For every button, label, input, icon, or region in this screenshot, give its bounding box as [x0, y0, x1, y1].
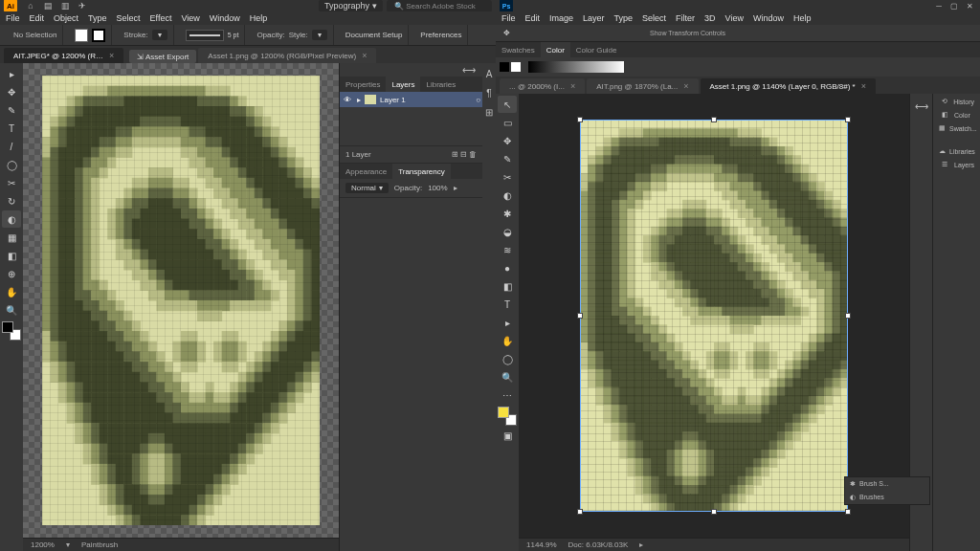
menu-view[interactable]: View: [725, 13, 744, 23]
menu-help[interactable]: Help: [793, 13, 812, 23]
stock-search[interactable]: 🔍 Search Adobe Stock: [387, 0, 492, 12]
new-icon[interactable]: ▤: [42, 0, 54, 11]
handle-bl[interactable]: [577, 509, 583, 515]
fill-swatch[interactable]: [75, 29, 88, 42]
tool-3[interactable]: ✎: [498, 150, 517, 167]
open-icon[interactable]: ▥: [59, 0, 71, 11]
doc-setup-button[interactable]: Document Setup: [345, 31, 403, 39]
tool-16[interactable]: ⋯: [498, 386, 517, 404]
properties-tab[interactable]: Properties: [340, 77, 386, 92]
history-panel-button[interactable]: ⟲History: [935, 96, 978, 107]
tool-11[interactable]: ⊕: [2, 265, 21, 282]
menu-file[interactable]: File: [6, 13, 20, 23]
stroke-weight[interactable]: ▾: [152, 30, 167, 40]
tool-12[interactable]: ✋: [2, 283, 21, 300]
tool-14[interactable]: ◯: [498, 350, 517, 367]
tool-10[interactable]: ◧: [2, 247, 21, 264]
tool-3[interactable]: T: [2, 120, 21, 137]
menu-window[interactable]: Window: [753, 13, 784, 23]
tool-6[interactable]: ✂: [2, 174, 21, 191]
tool-7[interactable]: ◒: [498, 223, 517, 240]
visibility-icon[interactable]: 👁: [342, 96, 353, 104]
minimize-button[interactable]: ─: [932, 1, 946, 11]
tool-4[interactable]: ✂: [498, 168, 517, 186]
menu-help[interactable]: Help: [250, 13, 268, 23]
tool-2[interactable]: ✎: [2, 101, 21, 119]
swatches-panel-button[interactable]: ▦Swatch...: [935, 122, 978, 134]
home-icon[interactable]: ⌂: [25, 0, 36, 11]
ps-zoom[interactable]: 1144.9%: [526, 540, 557, 549]
handle-mr[interactable]: [845, 313, 851, 319]
style-dropdown[interactable]: ▾: [312, 30, 327, 40]
document-tab[interactable]: AIT.JPEG* @ 1200% (R…×: [4, 48, 123, 63]
tool-7[interactable]: ↻: [2, 192, 21, 209]
layers-panel-button[interactable]: ☰Layers: [935, 159, 978, 170]
tool-9[interactable]: ●: [498, 259, 517, 276]
tool-8[interactable]: ◐: [2, 210, 21, 228]
tool-0[interactable]: ▸: [2, 65, 21, 82]
handle-tl[interactable]: [577, 117, 583, 122]
close-icon[interactable]: ×: [362, 51, 367, 60]
tool-5[interactable]: ◐: [498, 187, 517, 204]
ps-doc-info[interactable]: Doc: 6.03K/8.03K: [568, 540, 629, 549]
color-panel-tab[interactable]: Color: [541, 42, 570, 57]
menu-filter[interactable]: Filter: [676, 13, 695, 23]
close-icon[interactable]: ×: [861, 81, 866, 91]
dock-icon-2[interactable]: ¶: [479, 84, 496, 101]
document-tab[interactable]: Asset 1.png @ 1140% (Layer 0, RGB/8#) *×: [701, 78, 876, 94]
transform-controls-label[interactable]: Show Transform Controls: [650, 30, 725, 36]
layers-footer-icons[interactable]: ⊞ ⊟ 🗑: [452, 150, 477, 159]
handle-tc[interactable]: [711, 117, 717, 122]
ps-canvas[interactable]: [519, 94, 909, 538]
handle-tr[interactable]: [845, 117, 851, 122]
menu-type[interactable]: Type: [88, 13, 107, 23]
dock-icon-3[interactable]: ⊞: [479, 103, 496, 121]
tool-13[interactable]: 🔍: [2, 301, 21, 319]
libraries-tab[interactable]: Libraries: [420, 77, 461, 92]
menu-effect[interactable]: Effect: [150, 13, 172, 23]
tool-6[interactable]: ✱: [498, 205, 517, 222]
handle-br[interactable]: [845, 509, 851, 515]
appearance-tab[interactable]: Appearance: [340, 164, 392, 179]
preferences-button[interactable]: Preferences: [420, 31, 461, 39]
screenmode-icon[interactable]: ▣: [498, 427, 517, 444]
color-panel-button[interactable]: ◧Color: [935, 109, 978, 121]
fill-stroke-picker[interactable]: [2, 321, 21, 341]
tool-13[interactable]: ✋: [498, 332, 517, 349]
opacity-value[interactable]: 100%: [428, 184, 447, 192]
blend-mode-dropdown[interactable]: Normal ▾: [345, 183, 389, 193]
menu-window[interactable]: Window: [210, 13, 240, 23]
tool-10[interactable]: ◧: [498, 277, 517, 295]
menu-type[interactable]: Type: [614, 13, 634, 23]
maximize-button[interactable]: ▢: [947, 1, 961, 11]
ai-canvas[interactable]: [23, 63, 339, 538]
stroke-profile[interactable]: [186, 30, 224, 41]
menu-file[interactable]: File: [501, 13, 516, 23]
dock-expand-icon[interactable]: ⟷: [912, 98, 931, 115]
menu-edit[interactable]: Edit: [525, 13, 541, 23]
close-button[interactable]: ✕: [963, 1, 976, 11]
asset-export-button[interactable]: ⇲ Asset Export: [129, 50, 196, 63]
menu-view[interactable]: View: [181, 13, 199, 23]
brush-panel-floating[interactable]: ✱Brush S... ◐Brushes: [844, 476, 930, 505]
menu-layer[interactable]: Layer: [583, 13, 605, 23]
color-swatch-bg[interactable]: [511, 62, 521, 72]
layer-row[interactable]: 👁 ▸ Layer 1 ○: [340, 92, 482, 107]
document-tab[interactable]: Asset 1.png @ 1200% (RGB/Pixel Preview)×: [198, 48, 376, 63]
fg-bg-colors[interactable]: [498, 407, 517, 426]
menu-3d[interactable]: 3D: [704, 13, 716, 23]
tool-9[interactable]: ▦: [2, 229, 21, 246]
handle-ml[interactable]: [577, 313, 583, 319]
tool-1[interactable]: ▭: [498, 114, 517, 131]
tool-5[interactable]: ◯: [2, 156, 21, 173]
tool-11[interactable]: T: [498, 296, 517, 313]
zoom-level[interactable]: 1200%: [31, 540, 55, 549]
workspace-switcher[interactable]: Typography ▾: [319, 0, 383, 11]
color-guide-tab[interactable]: Color Guide: [570, 42, 623, 57]
tool-1[interactable]: ✥: [2, 83, 21, 100]
tool-4[interactable]: /: [2, 138, 21, 155]
transparency-tab[interactable]: Transparency: [392, 164, 451, 179]
close-icon[interactable]: ×: [109, 51, 114, 60]
menu-edit[interactable]: Edit: [30, 13, 45, 23]
tool-12[interactable]: ▸: [498, 314, 517, 331]
